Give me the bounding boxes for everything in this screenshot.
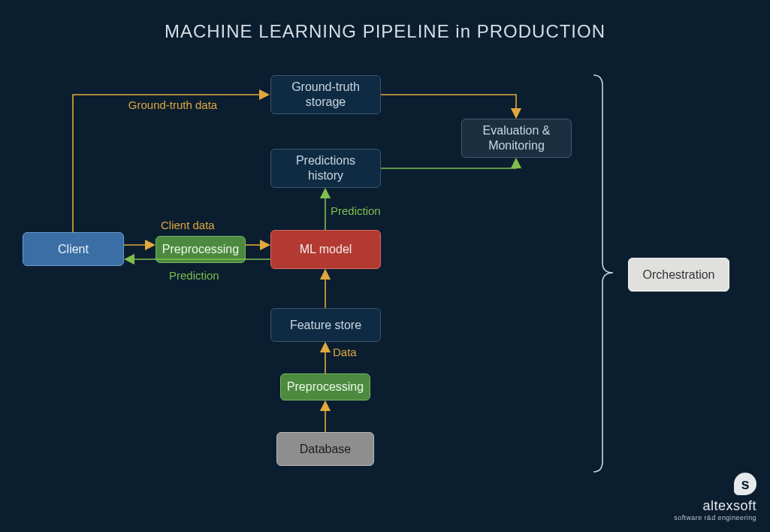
node-client: Client	[23, 232, 124, 266]
node-predictions-history: Predictions history	[270, 149, 381, 188]
node-ml-model: ML model	[270, 230, 381, 269]
node-feature-store: Feature store	[270, 308, 381, 342]
node-preprocessing-bottom: Preprocessing	[280, 373, 370, 401]
node-preprocessing-top: Preprocessing	[156, 236, 246, 263]
brand-tagline: software r&d engineering	[674, 514, 756, 521]
label-client-data: Client data	[161, 219, 215, 231]
brand-mark-icon: s	[734, 473, 756, 495]
node-ground-truth-storage: Ground-truth storage	[270, 75, 381, 114]
label-ground-truth-data: Ground-truth data	[128, 98, 218, 111]
label-data: Data	[333, 346, 357, 358]
label-prediction-back: Prediction	[169, 269, 219, 282]
brand-logo: s altexsoft software r&d engineering	[674, 473, 756, 521]
brand-name: altexsoft	[674, 498, 756, 514]
node-database: Database	[276, 432, 374, 466]
node-evaluation-monitoring: Evaluation & Monitoring	[461, 119, 572, 158]
node-orchestration: Orchestration	[628, 258, 729, 292]
diagram-title: MACHINE LEARNING PIPELINE in PRODUCTION	[0, 21, 770, 42]
label-prediction-up: Prediction	[331, 204, 381, 217]
